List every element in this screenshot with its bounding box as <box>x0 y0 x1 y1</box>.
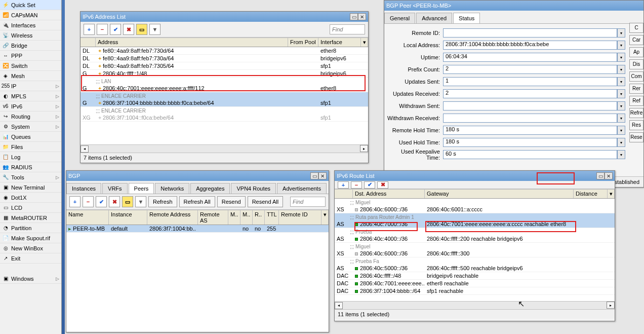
sidebar-item[interactable]: 📋Log <box>0 152 61 162</box>
sidebar-item[interactable]: 📊Queues <box>0 132 61 142</box>
filter-button[interactable]: ▼ <box>135 196 146 207</box>
route-row[interactable]: XS2806:40c:6000::/362806:40c:ffff::300 <box>335 250 615 257</box>
col-flags[interactable] <box>335 190 353 198</box>
col-m2[interactable]: M.. <box>240 210 253 225</box>
peer-row[interactable]: ▸ PEER-to-MB default 2806:3f7:1004:bb.. … <box>66 225 329 233</box>
address-row[interactable]: G✦2806:3f7:1004:bbbb:bbbb:bbbb:f0ca:bebe… <box>80 99 368 107</box>
enable-button[interactable]: ✔ <box>96 196 107 207</box>
tab-adverts[interactable]: Advertisements <box>277 183 327 194</box>
tab-networks[interactable]: Networks <box>155 183 189 194</box>
close-button[interactable]: ✕ <box>605 172 613 179</box>
resend-button[interactable]: Resend <box>217 196 246 207</box>
route-row[interactable]: DAC2806:40c:ffff::/48bridgeipv6 reachabl… <box>335 272 615 280</box>
side-button[interactable]: C <box>629 23 643 33</box>
dropdown-icon[interactable]: ▾ <box>617 138 625 147</box>
sidebar-item[interactable]: 📶CAPsMAN <box>0 10 61 20</box>
sidebar-item[interactable]: 🔌Interfaces <box>0 20 61 30</box>
close-button[interactable]: ✕ <box>358 13 366 20</box>
col-name[interactable]: Name <box>66 210 109 225</box>
col-distance[interactable]: Distance <box>574 190 608 198</box>
col-menu[interactable]: ▾ <box>361 38 368 47</box>
col-from-pool[interactable]: From Pool <box>288 38 318 47</box>
sidebar-item[interactable]: ⚡Quick Set <box>0 0 61 10</box>
tab-vrfs[interactable]: VRFs <box>102 183 128 194</box>
tab-status[interactable]: Status <box>453 13 480 23</box>
route-row[interactable]: AS2806:40c:5000::/362806:40c:ffff::500 r… <box>335 265 615 272</box>
minimize-button[interactable]: ▭ <box>596 172 605 179</box>
sidebar-item[interactable]: 📁Files <box>0 142 61 152</box>
titlebar[interactable]: BGP Peer <PEER-to-MB> <box>384 1 643 11</box>
h-scrollbar[interactable]: ◂ ▸ <box>335 301 615 309</box>
find-input[interactable] <box>330 24 365 34</box>
side-button[interactable]: Ref <box>629 96 643 106</box>
resend-all-button[interactable]: Resend All <box>248 196 284 207</box>
address-row[interactable]: G✦2806:40c:7001:eeee:eeee:eeee:a:ffff/11… <box>80 85 368 92</box>
route-row[interactable]: AS2806:40c:7000::/362806:40c:7001:eeee:e… <box>335 220 615 228</box>
dropdown-icon[interactable]: ▾ <box>617 89 625 98</box>
titlebar[interactable]: IPv6 Route List ▭ ✕ <box>335 171 615 181</box>
route-row[interactable]: DAC2806:3f7:1004:bbbb::/64sfp1 reachable <box>335 287 615 295</box>
col-gateway[interactable]: Gateway <box>425 190 574 198</box>
sidebar-item[interactable]: 🔗Bridge <box>0 41 61 51</box>
side-button[interactable]: Car <box>629 35 643 45</box>
side-button[interactable]: Dis <box>629 59 643 69</box>
tab-aggregates[interactable]: Aggregates <box>190 183 230 194</box>
scroll-right[interactable]: ▸ <box>607 302 615 309</box>
tab-vpn4[interactable]: VPN4 Routes <box>231 183 276 194</box>
refresh-all-button[interactable]: Refresh All <box>179 196 215 207</box>
sidebar-item[interactable]: ◈Mesh <box>0 71 61 81</box>
scroll-left[interactable]: ◂ <box>335 302 343 309</box>
dropdown-icon[interactable]: ▾ <box>617 114 625 123</box>
remove-button[interactable]: − <box>351 181 362 189</box>
scroll-right[interactable]: ▸ <box>360 145 368 152</box>
sidebar-item[interactable]: 255IP▷ <box>0 81 61 91</box>
enable-button[interactable]: ✔ <box>110 24 121 35</box>
dropdown-icon[interactable]: ▾ <box>617 41 625 50</box>
sidebar-item[interactable]: 📄Make Supout.rif <box>0 233 61 243</box>
col-instance[interactable]: Instance <box>109 210 147 225</box>
dropdown-icon[interactable]: ▾ <box>617 150 625 159</box>
sidebar-item[interactable]: ▭LCD <box>0 203 61 213</box>
col-r[interactable]: R.. <box>253 210 265 225</box>
side-button[interactable]: Rer <box>629 84 643 94</box>
minimize-button[interactable]: ▭ <box>350 13 358 20</box>
close-button[interactable]: ✕ <box>318 172 327 179</box>
add-button[interactable]: + <box>338 181 349 189</box>
col-flags[interactable] <box>80 38 96 47</box>
sidebar-item[interactable]: v6IPv6▷ <box>0 101 61 112</box>
route-row[interactable]: AS2806:40c:4000::/362806:40c:ffff::200 r… <box>335 235 615 243</box>
sidebar-item[interactable]: ▣New Terminal <box>0 182 61 193</box>
col-address[interactable]: Address <box>96 38 288 47</box>
col-dst[interactable]: Dst. Address <box>353 190 425 198</box>
col-interface[interactable]: Interface <box>318 38 361 47</box>
sidebar-item[interactable]: ◉Dot1X <box>0 193 61 203</box>
tab-general[interactable]: General <box>384 13 415 23</box>
col-remote-as[interactable]: Remote AS <box>198 210 228 225</box>
refresh-button[interactable]: Refresh <box>148 196 177 207</box>
col-remote-id[interactable]: Remote ID <box>279 210 321 225</box>
sidebar-item[interactable]: 📡Wireless <box>0 30 61 41</box>
col-remote-addr[interactable]: Remote Address <box>147 210 198 225</box>
add-button[interactable]: + <box>84 24 95 35</box>
address-row[interactable]: DL✦fe80::4aa9:8aff:feb7:730d/64ether8 <box>80 47 368 55</box>
sidebar-item[interactable]: ↗Exit <box>0 253 61 264</box>
dropdown-icon[interactable]: ▾ <box>617 53 625 62</box>
sidebar-item[interactable]: ◔Partition <box>0 223 61 233</box>
sidebar-item[interactable]: 🔀Switch <box>0 61 61 71</box>
side-button[interactable]: Res <box>629 120 643 130</box>
sidebar-item[interactable]: 🔧Tools▷ <box>0 172 61 182</box>
address-row[interactable]: XG✦2806:3f7:1004::f0ca:bebe/64sfp1 <box>80 114 368 122</box>
address-row[interactable]: DL✦fe80::4aa9:8aff:feb7:730a/64bridgeipv… <box>80 55 368 62</box>
dropdown-icon[interactable]: ▾ <box>617 101 625 110</box>
side-button[interactable]: Rese <box>629 132 643 142</box>
comment-button[interactable]: ▭ <box>136 24 147 35</box>
tab-peers[interactable]: Peers <box>129 183 154 194</box>
route-row[interactable]: DAC2806:40c:7001:eeee:eee..ether8 reacha… <box>335 280 615 287</box>
tab-advanced[interactable]: Advanced <box>416 13 452 23</box>
sidebar-item[interactable]: ↔PPP <box>0 51 61 61</box>
col-m1[interactable]: M.. <box>228 210 240 225</box>
disable-button[interactable]: ✖ <box>377 181 388 189</box>
disable-button[interactable]: ✖ <box>109 196 120 207</box>
side-button[interactable]: Refre <box>629 108 643 118</box>
titlebar[interactable]: BGP ▭ ✕ <box>66 171 329 181</box>
